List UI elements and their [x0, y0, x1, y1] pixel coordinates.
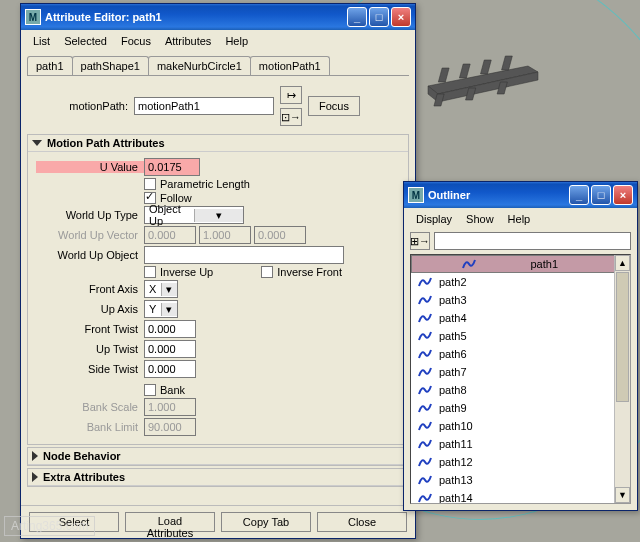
menu-help[interactable]: Help: [219, 33, 254, 49]
expand-icon: [32, 472, 38, 482]
front-twist-input[interactable]: [144, 320, 196, 338]
curve-icon: [417, 401, 433, 415]
world-up-object-input[interactable]: [144, 246, 344, 264]
focus-button[interactable]: Focus: [308, 96, 360, 116]
menu-help[interactable]: Help: [502, 211, 537, 227]
outliner-item[interactable]: path7: [411, 363, 630, 381]
scroll-thumb[interactable]: [616, 272, 629, 402]
curve-icon: [417, 347, 433, 361]
tab-motionpath1[interactable]: motionPath1: [250, 56, 330, 75]
world-up-vector-y: [199, 226, 251, 244]
outliner-item[interactable]: path12: [411, 453, 630, 471]
curve-icon: [417, 293, 433, 307]
outliner-filter-input[interactable]: [434, 232, 631, 250]
outliner-item-label: path6: [439, 348, 467, 360]
outliner-item-label: path13: [439, 474, 473, 486]
scroll-down-icon[interactable]: ▼: [615, 487, 630, 503]
bank-scale-input: [144, 398, 196, 416]
outliner-item[interactable]: path6: [411, 345, 630, 363]
output-connection-icon[interactable]: ⊡→: [280, 108, 302, 126]
window-title: Attribute Editor: path1: [45, 11, 347, 23]
up-twist-input[interactable]: [144, 340, 196, 358]
uvalue-input[interactable]: [144, 158, 200, 176]
minimize-button[interactable]: _: [569, 185, 589, 205]
outliner-item-label: path3: [439, 294, 467, 306]
uvalue-label: U Value: [36, 161, 144, 173]
node-behavior-header[interactable]: Node Behavior: [28, 448, 408, 465]
world-up-type-select[interactable]: Object Up▾: [144, 206, 244, 224]
curve-icon: [417, 419, 433, 433]
inverse-front-checkbox[interactable]: [261, 266, 273, 278]
menu-show[interactable]: Show: [460, 211, 500, 227]
inverse-up-checkbox[interactable]: [144, 266, 156, 278]
outliner-list[interactable]: ▲ ▼ path1path2path3path4path5path6path7p…: [410, 254, 631, 504]
motionpath-label: motionPath:: [33, 100, 128, 112]
outliner-item-label: path12: [439, 456, 473, 468]
menu-attributes[interactable]: Attributes: [159, 33, 217, 49]
outliner-item[interactable]: path5: [411, 327, 630, 345]
extra-attributes-section: Extra Attributes: [27, 468, 409, 487]
outliner-menu-bar: Display Show Help: [404, 208, 637, 230]
menu-selected[interactable]: Selected: [58, 33, 113, 49]
input-connection-icon[interactable]: ↦: [280, 86, 302, 104]
minimize-button[interactable]: _: [347, 7, 367, 27]
chevron-down-icon: ▾: [194, 209, 244, 222]
outliner-item-label: path4: [439, 312, 467, 324]
outliner-title: Outliner: [428, 189, 569, 201]
extra-attributes-header[interactable]: Extra Attributes: [28, 469, 408, 486]
outliner-item-label: path11: [439, 438, 473, 450]
tab-path1[interactable]: path1: [27, 56, 73, 75]
vertical-scrollbar[interactable]: ▲ ▼: [614, 255, 630, 503]
menu-list[interactable]: List: [27, 33, 56, 49]
outliner-titlebar[interactable]: M Outliner _ □ ×: [404, 182, 637, 208]
menu-bar: List Selected Focus Attributes Help: [21, 30, 415, 52]
svg-rect-6: [502, 56, 513, 70]
scroll-up-icon[interactable]: ▲: [615, 255, 630, 271]
front-axis-label: Front Axis: [36, 283, 144, 295]
maximize-button[interactable]: □: [369, 7, 389, 27]
svg-rect-3: [438, 68, 449, 82]
close-editor-button[interactable]: Close: [317, 512, 407, 532]
tab-makenurbcircle1[interactable]: makeNurbCircle1: [148, 56, 251, 75]
motionpath-name-input[interactable]: [134, 97, 274, 115]
outliner-item-label: path14: [439, 492, 473, 504]
load-attributes-button[interactable]: Load Attributes: [125, 512, 215, 532]
curve-icon: [417, 383, 433, 397]
outliner-item[interactable]: path14: [411, 489, 630, 504]
outliner-item[interactable]: path2: [411, 273, 630, 291]
tab-pathshape1[interactable]: pathShape1: [72, 56, 149, 75]
parametric-length-checkbox[interactable]: [144, 178, 156, 190]
side-twist-input[interactable]: [144, 360, 196, 378]
menu-display[interactable]: Display: [410, 211, 458, 227]
filter-icon[interactable]: ⊞→: [410, 232, 430, 250]
up-axis-select[interactable]: Y▾: [144, 300, 178, 318]
front-axis-select[interactable]: X▾: [144, 280, 178, 298]
outliner-item[interactable]: path9: [411, 399, 630, 417]
svg-rect-5: [480, 60, 491, 74]
follow-checkbox[interactable]: [144, 192, 156, 204]
mpa-header[interactable]: Motion Path Attributes: [28, 135, 408, 152]
curve-icon: [417, 491, 433, 504]
outliner-item[interactable]: path8: [411, 381, 630, 399]
outliner-item[interactable]: path11: [411, 435, 630, 453]
bank-label: Bank: [160, 384, 185, 396]
close-button[interactable]: ×: [391, 7, 411, 27]
watermark: Arting365.com: [4, 516, 95, 536]
curve-icon: [418, 257, 521, 271]
outliner-item-label: path9: [439, 402, 467, 414]
svg-rect-4: [459, 64, 470, 78]
close-button[interactable]: ×: [613, 185, 633, 205]
parametric-length-label: Parametric Length: [160, 178, 250, 190]
outliner-item[interactable]: path13: [411, 471, 630, 489]
copy-tab-button[interactable]: Copy Tab: [221, 512, 311, 532]
outliner-item[interactable]: path1: [411, 255, 630, 273]
outliner-item[interactable]: path4: [411, 309, 630, 327]
bank-limit-label: Bank Limit: [36, 421, 144, 433]
maximize-button[interactable]: □: [591, 185, 611, 205]
menu-focus[interactable]: Focus: [115, 33, 157, 49]
bank-checkbox[interactable]: [144, 384, 156, 396]
outliner-window: M Outliner _ □ × Display Show Help ⊞→ ▲ …: [403, 181, 638, 511]
outliner-item[interactable]: path3: [411, 291, 630, 309]
attribute-editor-titlebar[interactable]: M Attribute Editor: path1 _ □ ×: [21, 4, 415, 30]
outliner-item[interactable]: path10: [411, 417, 630, 435]
